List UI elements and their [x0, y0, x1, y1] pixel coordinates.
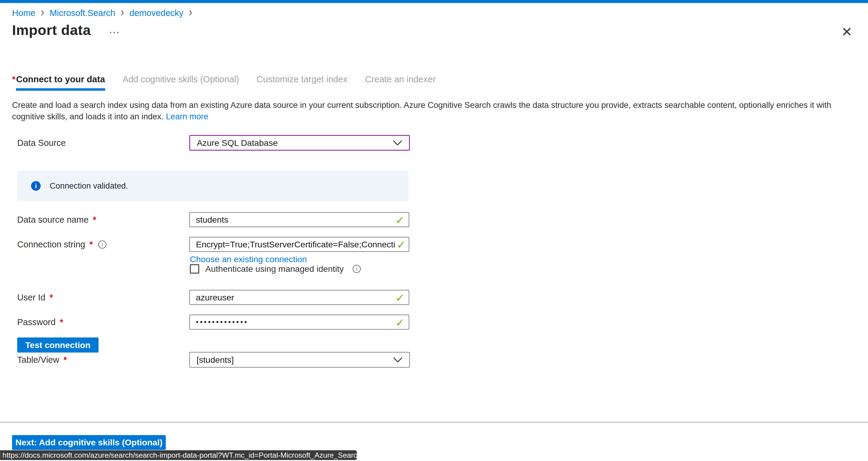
tab-customize-target-index[interactable]: Customize target index	[256, 74, 347, 84]
data-source-dropdown[interactable]: Azure SQL Database	[189, 135, 410, 151]
tab-label: Customize target index	[256, 74, 347, 84]
label-text: Connection string	[17, 240, 85, 249]
label-text: Data source name	[17, 215, 89, 225]
data-source-value: Azure SQL Database	[197, 138, 393, 148]
required-asterisk: *	[93, 215, 96, 225]
tab-create-an-indexer[interactable]: Create an indexer	[365, 74, 436, 84]
footer-divider	[0, 422, 868, 423]
info-icon[interactable]: i	[352, 265, 361, 273]
learn-more-link[interactable]: Learn more	[166, 112, 209, 121]
connection-validated-banner: i Connection validated.	[17, 171, 409, 201]
breadcrumb-microsoft-search[interactable]: Microsoft.Search	[50, 8, 116, 18]
banner-text: Connection validated.	[50, 181, 128, 191]
table-view-label: Table/View*	[17, 352, 186, 368]
required-asterisk: *	[64, 355, 67, 365]
password-label: Password*	[17, 314, 186, 330]
chevron-right-icon: ›	[188, 7, 193, 20]
page-header: Import data … ✕	[12, 22, 856, 41]
label-text: Table/View	[17, 355, 59, 365]
chevron-right-icon: ›	[40, 7, 44, 20]
choose-existing-connection-link[interactable]: Choose an existing connection	[190, 254, 307, 264]
next-add-cognitive-skills-button[interactable]: Next: Add cognitive skills (Optional)	[12, 435, 166, 450]
tab-label: Connect to your data	[16, 74, 105, 91]
required-asterisk: *	[12, 74, 16, 84]
tab-label: Create an indexer	[365, 74, 436, 84]
data-source-name-input[interactable]	[189, 212, 409, 227]
chevron-right-icon: ›	[120, 7, 124, 20]
connection-string-input[interactable]	[189, 237, 409, 252]
tab-label: Add cognitive skills (Optional)	[123, 74, 239, 84]
test-connection-button[interactable]: Test connection	[17, 337, 98, 352]
data-source-name-label: Data source name*	[17, 212, 186, 227]
wizard-tabs: *Connect to your data Add cognitive skil…	[12, 74, 436, 91]
required-asterisk: *	[60, 317, 63, 327]
managed-identity-row: Authenticate using managed identity i	[190, 264, 361, 274]
connection-string-label: Connection string* i	[17, 237, 186, 252]
breadcrumb-demovedecky[interactable]: demovedecky	[130, 8, 184, 18]
table-view-dropdown[interactable]: [students]	[189, 352, 410, 368]
breadcrumb-home[interactable]: Home	[12, 8, 35, 18]
breadcrumb: Home › Microsoft.Search › demovedecky ›	[12, 8, 193, 19]
info-icon: i	[31, 181, 41, 191]
table-view-value: [students]	[196, 355, 393, 365]
managed-identity-checkbox[interactable]	[190, 264, 199, 274]
chevron-down-icon	[393, 140, 402, 146]
page-title: Import data	[12, 22, 91, 38]
close-icon[interactable]: ✕	[841, 25, 852, 38]
top-accent-bar	[0, 0, 868, 3]
label-text: Data Source	[17, 138, 66, 148]
description-text: Create and load a search index using dat…	[12, 100, 831, 121]
tab-add-cognitive-skills[interactable]: Add cognitive skills (Optional)	[123, 74, 239, 84]
chevron-down-icon	[393, 357, 403, 363]
label-text: User Id	[17, 293, 45, 303]
user-id-input[interactable]	[189, 290, 409, 305]
required-asterisk: *	[90, 240, 93, 249]
tab-connect-to-your-data[interactable]: *Connect to your data	[12, 74, 105, 91]
link-preview-statusbar: https://docs.microsoft.com/azure/search/…	[0, 450, 357, 460]
page-description: Create and load a search index using dat…	[12, 99, 857, 122]
managed-identity-label: Authenticate using managed identity	[205, 264, 344, 274]
data-source-label: Data Source	[17, 135, 186, 151]
user-id-label: User Id*	[17, 290, 186, 305]
required-asterisk: *	[50, 293, 53, 303]
statusbar-url: https://docs.microsoft.com/azure/search/…	[2, 451, 361, 460]
more-options-icon[interactable]: …	[108, 23, 121, 36]
password-input[interactable]	[189, 314, 409, 330]
info-icon[interactable]: i	[98, 241, 106, 249]
label-text: Password	[17, 317, 56, 327]
